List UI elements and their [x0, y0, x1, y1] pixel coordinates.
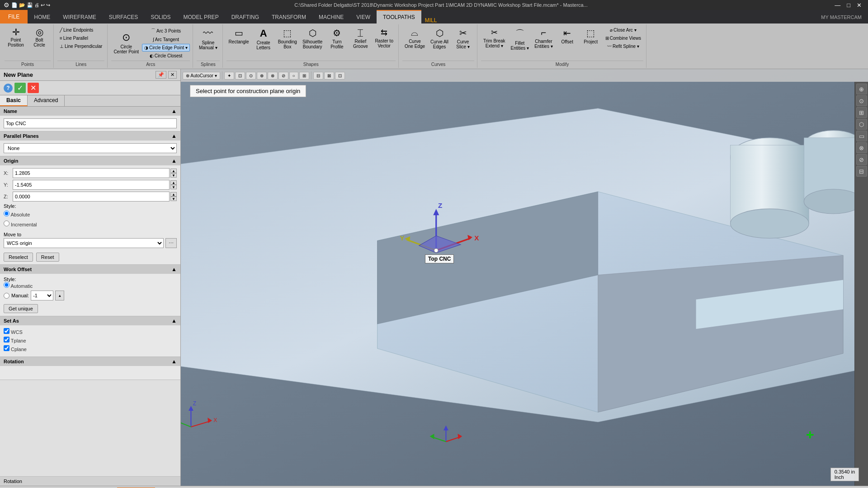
sidebar-icon-6[interactable]: ⊗: [856, 142, 867, 153]
x-down-button[interactable]: ▼: [170, 173, 177, 178]
snap-button-3[interactable]: ⊙: [246, 72, 256, 80]
manual-value-select[interactable]: -1: [31, 291, 53, 300]
help-button[interactable]: ?: [4, 84, 13, 93]
z-up-button[interactable]: ▲: [170, 192, 177, 197]
relief-groove-button[interactable]: ⌶ ReliefGroove: [349, 26, 372, 50]
get-unique-button[interactable]: Get unique: [4, 304, 38, 313]
incremental-radio[interactable]: [4, 221, 9, 226]
minimize-button[interactable]: —: [832, 2, 843, 9]
rectangle-button[interactable]: ▭ Rectangle: [226, 26, 251, 46]
trim-break-extend-button[interactable]: ✂ Trim BreakExtend ▾: [481, 26, 508, 50]
absolute-radio[interactable]: [4, 211, 9, 216]
chamfer-entities-button[interactable]: ⌐ ChamferEntities ▾: [532, 26, 555, 50]
tab-solids[interactable]: SOLIDS: [144, 10, 177, 23]
tplane-checkbox[interactable]: [4, 337, 9, 343]
close-button[interactable]: ✕: [854, 2, 864, 9]
snap-button-4[interactable]: ⊕: [257, 72, 267, 80]
bolt-circle-button[interactable]: ◎ BoltCircle: [28, 26, 51, 49]
view-button-1[interactable]: ⊟: [313, 72, 323, 80]
circle-closest-button[interactable]: ◐ Circle Closest: [142, 52, 190, 60]
tab-drafting[interactable]: DRAFTING: [225, 10, 265, 23]
save-icon[interactable]: 💾: [27, 2, 33, 8]
z-down-button[interactable]: ▼: [170, 197, 177, 201]
spline-manual-button[interactable]: 〰 SplineManual ▾: [197, 26, 220, 52]
tab-view[interactable]: VIEW: [350, 10, 377, 23]
create-letters-button[interactable]: A CreateLetters: [252, 26, 275, 52]
sidebar-icon-2[interactable]: ⊙: [856, 95, 867, 106]
tab-advanced[interactable]: Advanced: [28, 95, 65, 106]
raster-to-vector-button[interactable]: ⇆ Raster toVector: [373, 26, 396, 50]
new-icon[interactable]: 📄: [11, 2, 18, 8]
open-icon[interactable]: 📂: [19, 2, 25, 8]
cplane-checkbox[interactable]: [4, 345, 9, 351]
name-section-header[interactable]: Name ▲: [0, 107, 180, 116]
tab-mastercam[interactable]: MY MASTERCAM: [815, 10, 868, 23]
name-input[interactable]: [4, 118, 177, 128]
reset-button[interactable]: Reset: [36, 253, 59, 262]
y-input[interactable]: [13, 180, 170, 190]
y-down-button[interactable]: ▼: [170, 185, 177, 189]
tab-transform[interactable]: TRANSFORM: [265, 10, 312, 23]
combine-views-button[interactable]: ⊞ Combine Views: [603, 34, 643, 42]
sidebar-icon-3[interactable]: ⊞: [856, 107, 867, 118]
tab-surfaces[interactable]: SURFACES: [103, 10, 145, 23]
snap-button-1[interactable]: ✦: [224, 72, 234, 80]
fillet-entities-button[interactable]: ⌒ FilletEntities ▾: [509, 26, 532, 52]
wcs-checkbox[interactable]: [4, 328, 9, 334]
parallel-planes-header[interactable]: Parallel Planes ▲: [0, 131, 180, 141]
refit-spline-button[interactable]: 〰 Refit Spline ▾: [603, 42, 643, 50]
z-input[interactable]: [13, 192, 170, 202]
tab-toolpaths[interactable]: TOOLPATHS: [377, 10, 421, 23]
sidebar-icon-8[interactable]: ⊟: [856, 166, 867, 177]
curve-one-edge-button[interactable]: ⌓ CurveOne Edge: [402, 26, 427, 50]
tab-wireframe[interactable]: WIREFRAME: [57, 10, 102, 23]
sidebar-icon-5[interactable]: ▭: [856, 131, 867, 141]
y-up-button[interactable]: ▲: [170, 180, 177, 185]
work-offset-header[interactable]: Work Offset ▲: [0, 265, 180, 274]
project-button[interactable]: ⬚ Project: [580, 26, 602, 46]
ok-button[interactable]: ✓: [14, 83, 26, 93]
x-up-button[interactable]: ▲: [170, 169, 177, 173]
offset-button[interactable]: ⇤ Offset: [556, 26, 579, 46]
set-as-header[interactable]: Set As ▲: [0, 316, 180, 325]
arc-3-points-button[interactable]: ⌒ Arc 3 Points: [142, 26, 190, 35]
view-button-2[interactable]: ⊠: [324, 72, 334, 80]
tab-file[interactable]: FILE: [0, 10, 28, 23]
line-endpoints-button[interactable]: ╱ Line Endpoints: [57, 26, 95, 34]
snap-button-6[interactable]: ⊘: [278, 72, 288, 80]
tab-model-prep[interactable]: MODEL PREP: [177, 10, 225, 23]
manual-radio[interactable]: [4, 293, 9, 299]
circle-edge-point-button[interactable]: ◑ Circle Edge Point ▾: [142, 44, 190, 52]
point-position-button[interactable]: ✛ PointPosition: [5, 26, 27, 49]
snap-button-5[interactable]: ⊗: [268, 72, 278, 80]
autocursor-button[interactable]: ⊕ AutoCursor ▾: [183, 72, 220, 80]
move-to-select[interactable]: WCS origin: [4, 238, 164, 248]
sidebar-icon-4[interactable]: ⬡: [856, 119, 867, 130]
line-perpendicular-button[interactable]: ⊥ Line Perpendicular: [57, 42, 104, 50]
turn-profile-button[interactable]: ⚙ TurnProfile: [326, 26, 348, 51]
maximize-button[interactable]: □: [844, 2, 853, 9]
parallel-planes-select[interactable]: None: [4, 143, 177, 153]
x-input[interactable]: [13, 168, 170, 178]
close-arc-button[interactable]: ⌀ Close Arc ▾: [603, 26, 643, 34]
move-to-button[interactable]: ⋯: [165, 238, 177, 248]
snap-button-8[interactable]: ⊞: [299, 72, 309, 80]
manual-up-button[interactable]: ▲: [55, 291, 64, 300]
tab-machine[interactable]: MACHINE: [312, 10, 350, 23]
silhouette-boundary-button[interactable]: ⬡ SilhouetteBoundary: [300, 26, 325, 51]
curve-slice-button[interactable]: ✂ CurveSlice ▾: [452, 26, 474, 51]
snap-button-7[interactable]: ○: [289, 72, 298, 80]
snap-button-2[interactable]: ⊡: [235, 72, 245, 80]
viewport[interactable]: ⊕ AutoCursor ▾ ✦ ⊡ ⊙ ⊕ ⊗ ⊘ ○ ⊞ ⊟ ⊠ ⊡ Sel…: [181, 69, 868, 486]
origin-section-header[interactable]: Origin ▲: [0, 156, 180, 165]
undo-icon[interactable]: ↩: [41, 2, 45, 8]
sidebar-icon-7[interactable]: ⊘: [856, 154, 867, 165]
circle-center-point-button[interactable]: ⊙ CircleCenter Point: [111, 26, 141, 60]
sidebar-icon-1[interactable]: ⊕: [856, 84, 867, 94]
view-button-3[interactable]: ⊡: [335, 72, 345, 80]
rotation-section-header[interactable]: Rotation ▲: [0, 357, 180, 366]
reselect-button[interactable]: Reselect: [4, 253, 33, 262]
curve-all-edges-button[interactable]: ⬡ Curve AllEdges: [428, 26, 451, 51]
bounding-box-button[interactable]: ⬚ BoundingBox: [276, 26, 299, 51]
line-parallel-button[interactable]: ≡ Line Parallel: [57, 34, 90, 42]
